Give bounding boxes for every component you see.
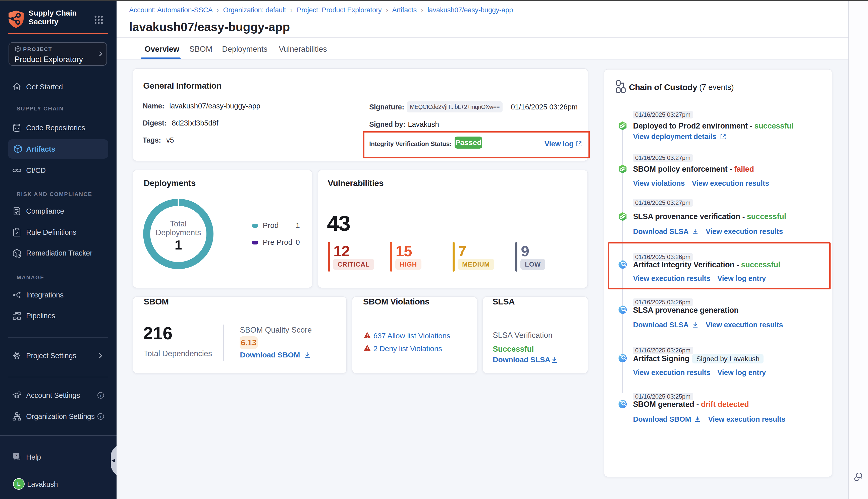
svg-text:?: ?: [15, 453, 17, 458]
